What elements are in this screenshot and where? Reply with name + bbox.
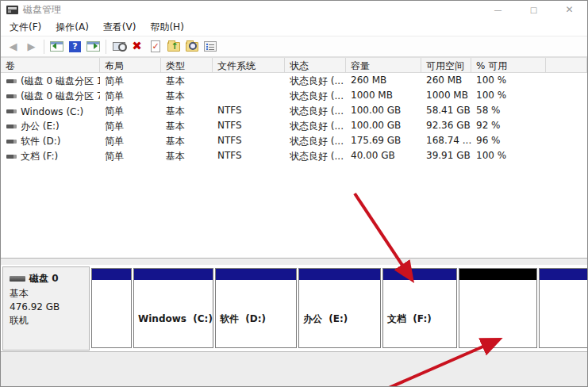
column-header-free[interactable]: 可用空间 [421,58,471,73]
close-button[interactable]: ✕ [551,1,587,18]
checklist-icon[interactable] [201,38,219,56]
forward-icon[interactable]: ▶ [22,38,40,56]
cell-capacity: 1000 MB [346,88,421,103]
partition-label: Windows (C:) [138,312,213,326]
volume-icon [6,109,17,113]
table-row[interactable]: 文档 (F:) 简单 基本 NTFS 状态良好 (... 40.00 GB 39… [1,148,587,163]
title-bar: 磁盘管理 — □ ✕ [1,1,587,18]
cell-capacity: 175.69 GB [346,133,421,148]
unallocated-stripe [459,269,536,280]
pane-splitter[interactable] [1,253,587,265]
table-row[interactable]: 软件 (D:) 简单 基本 NTFS 状态良好 (... 175.69 GB 1… [1,133,587,148]
folder-search-icon[interactable] [183,38,201,56]
volume-table-header: 卷 布局 类型 文件系统 状态 容量 可用空间 % 可用 [1,57,587,73]
cell-fs [213,88,285,103]
cell-fs: NTFS [213,148,285,163]
disk-icon [10,276,25,282]
maximize-button[interactable]: □ [516,1,551,18]
console-tree-pane-icon[interactable] [48,38,66,56]
folder-up-icon[interactable] [164,38,183,56]
minimize-button[interactable]: — [480,1,516,18]
detail-pane-icon[interactable] [84,38,102,56]
primary-partition-stripe [383,269,456,280]
column-header-capacity[interactable]: 容量 [346,58,421,73]
menu-file[interactable]: 文件(F) [2,19,48,36]
column-header-pct[interactable]: % 可用 [471,58,546,73]
window-title: 磁盘管理 [23,3,61,17]
disk-size: 476.92 GB [10,301,89,314]
menu-help[interactable]: 帮助(H) [143,19,190,36]
menu-action[interactable]: 操作(A) [48,19,96,36]
cell-layout: 简单 [100,133,161,148]
primary-partition-stripe [540,269,588,280]
cell-status: 状态良好 (... [285,118,346,133]
cell-fs: NTFS [213,118,285,133]
volume-name: (磁盘 0 磁盘分区 1) [21,75,100,88]
partition-windows-c[interactable]: Windows (C:) 100.00 GB NTF: 状态良好 (启动, [133,268,213,348]
app-icon [6,6,18,14]
table-row[interactable]: 办公 (E:) 简单 基本 NTFS 状态良好 (... 100.00 GB 9… [1,118,587,133]
cell-status: 状态良好 (... [285,88,346,103]
cell-layout: 简单 [100,73,161,88]
cell-type: 基本 [161,148,213,163]
cell-layout: 简单 [100,118,161,133]
volume-icon [6,125,17,128]
cell-pct: 58 % [471,103,546,118]
partition-label: 文档 (F:) [387,312,456,326]
document-check-icon[interactable] [146,38,164,56]
cell-type: 基本 [161,88,213,103]
table-row[interactable]: (磁盘 0 磁盘分区 7) 简单 基本 状态良好 (... 1000 MB 10… [1,88,587,103]
column-header-layout[interactable]: 布局 [100,58,161,73]
rescan-computer-icon[interactable] [110,38,128,56]
cell-capacity: 40.00 GB [346,148,421,163]
cell-layout: 简单 [100,88,161,103]
cell-fs [213,73,285,88]
table-row[interactable]: (磁盘 0 磁盘分区 1) 简单 基本 状态良好 (... 260 MB 260… [1,73,587,88]
column-header-fs[interactable]: 文件系统 [213,58,285,73]
volume-icon [6,155,17,159]
volume-name: 办公 (E:) [21,120,60,133]
disk-type: 基本 [10,287,89,301]
volume-icon [6,140,17,144]
table-row[interactable]: Windows (C:) 简单 基本 NTFS 状态良好 (... 100.00… [1,103,587,118]
help-icon[interactable]: ? [66,38,84,56]
cell-layout: 简单 [100,148,161,163]
cell-capacity: 100.00 GB [346,103,421,118]
partition-documents-f[interactable]: 文档 (F:) 40.00 GB NTF 状态良好 (主分 [382,268,457,348]
disk-status: 联机 [10,314,89,328]
cell-fs: NTFS [213,133,285,148]
partition-unallocated-60gb[interactable]: 60.00 GB 未分配 [459,268,537,348]
cell-capacity: 100.00 GB [346,118,421,133]
volume-name: (磁盘 0 磁盘分区 7) [21,90,100,103]
disk-management-window: 磁盘管理 — □ ✕ 文件(F) 操作(A) 查看(V) 帮助(H) ◀ ▶ ?… [0,0,588,387]
primary-partition-stripe [216,269,296,280]
partition-software-d[interactable]: 软件 (D:) 175.69 GB NTFS 状态良好 (主分区 [215,268,297,348]
delete-x-icon[interactable]: ✖ [128,38,146,56]
column-header-type[interactable]: 类型 [161,58,213,73]
column-header-empty [546,58,587,73]
volume-icon [6,79,17,83]
cell-type: 基本 [161,103,213,118]
cell-capacity: 260 MB [346,73,421,88]
menu-view[interactable]: 查看(V) [96,19,144,36]
partition-system-260mb[interactable]: 260 N 状态良 [91,268,132,348]
volume-list: 卷 布局 类型 文件系统 状态 容量 可用空间 % 可用 (磁盘 0 磁盘分区 … [1,57,587,253]
cell-free: 92.36 GB [421,118,471,133]
column-header-volume[interactable]: 卷 [1,58,100,73]
primary-partition-stripe [299,269,380,280]
cell-free: 58.41 GB [421,103,471,118]
partition-recovery-1000mb[interactable]: 1000 ME 状态良好 [539,268,588,348]
disk-0-info[interactable]: 磁盘 0 基本 476.92 GB 联机 [2,266,90,351]
column-header-status[interactable]: 状态 [285,58,346,73]
partition-label: 办公 (E:) [303,312,380,326]
cell-type: 基本 [161,133,213,148]
partition-office-e[interactable]: 办公 (E:) 100.00 GB NTF: 状态良好 (主分区 [298,268,381,348]
disk-name: 磁盘 0 [29,272,59,285]
cell-free: 168.74 ... [421,133,471,148]
volume-name: Windows (C:) [21,106,83,117]
cell-status: 状态良好 (... [285,133,346,148]
back-icon[interactable]: ◀ [4,38,22,56]
menu-bar: 文件(F) 操作(A) 查看(V) 帮助(H) [1,18,587,36]
toolbar-separator [106,40,106,54]
footer-area [1,352,587,387]
